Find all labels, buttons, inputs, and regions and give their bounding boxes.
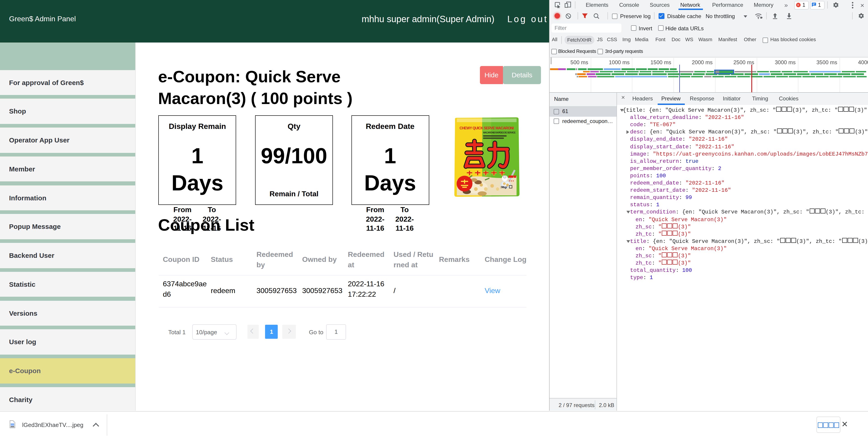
svg-text:CHEWY QUICK SERVE MACARONI: CHEWY QUICK SERVE MACARONI bbox=[459, 126, 514, 130]
svg-text::96g/: :96g/ bbox=[500, 185, 507, 189]
svg-text:MACARONIS RAPIDES DE SERVICE: MACARONIS RAPIDES DE SERVICE bbox=[483, 131, 516, 134]
